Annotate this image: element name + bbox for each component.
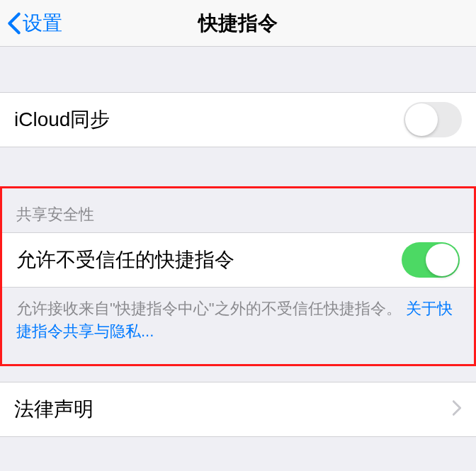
icloud-sync-label: iCloud同步 [14,106,110,133]
allow-untrusted-row: 允许不受信任的快捷指令 [2,232,474,288]
legal-label: 法律声明 [14,396,94,423]
security-section-header: 共享安全性 [2,188,474,232]
chevron-left-icon [7,11,21,35]
chevron-right-icon [452,399,462,419]
toggle-knob [405,103,438,136]
spacer [0,47,476,92]
highlight-box: 共享安全性 允许不受信任的快捷指令 允许接收来自"快捷指令中心"之外的不受信任快… [0,186,476,366]
back-button[interactable]: 设置 [0,10,62,37]
back-label: 设置 [23,10,62,37]
page-title: 快捷指令 [0,10,476,37]
security-footer: 允许接收来自"快捷指令中心"之外的不受信任快捷指令。 关于快捷指令共享与隐私..… [2,288,474,364]
allow-untrusted-toggle[interactable] [402,242,460,278]
spacer [0,366,476,382]
legal-row[interactable]: 法律声明 [0,382,476,437]
navigation-bar: 设置 快捷指令 [0,0,476,47]
toggle-knob [426,244,458,276]
security-footer-text: 允许接收来自"快捷指令中心"之外的不受信任快捷指令。 [16,300,402,317]
icloud-sync-row: iCloud同步 [0,92,476,147]
icloud-sync-toggle[interactable] [404,102,462,137]
allow-untrusted-label: 允许不受信任的快捷指令 [16,246,234,273]
